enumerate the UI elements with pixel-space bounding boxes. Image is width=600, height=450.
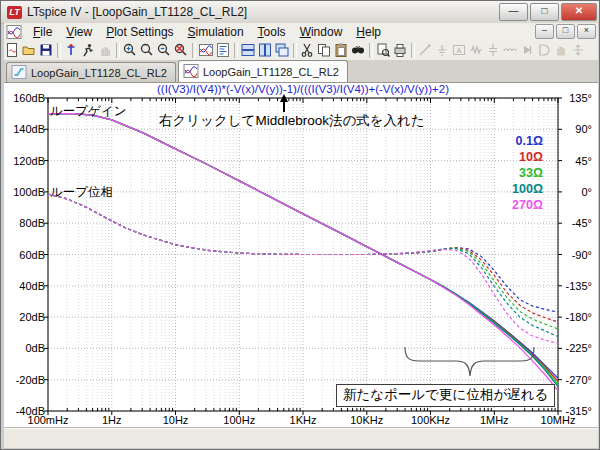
schematic-icon [11,64,31,82]
toolbar-separator [57,43,61,58]
mdi-restore-button[interactable]: □ [556,24,575,39]
waveform-pane[interactable] [4,82,598,429]
diode-icon [519,42,536,59]
mdi-window-buttons: –□× [533,24,596,39]
menu-file[interactable]: File [26,24,59,41]
zoom-area-icon[interactable] [139,42,156,59]
menu-tools[interactable]: Tools [251,24,293,41]
paste-icon[interactable] [333,42,350,59]
print-icon[interactable] [392,42,409,59]
menu-view[interactable]: View [59,24,99,41]
resistor-icon [468,42,485,59]
halt-icon [97,42,114,59]
window-buttons: —□✕ [497,3,597,21]
cascade-icon[interactable] [274,42,291,59]
tab-bar: LoopGain_LT1128_CL_RL2 LoopGain_LT1128_C… [4,60,598,82]
toolbar [4,40,598,61]
ltspice-window: LT LTspice IV - [LoopGain_LT1128_CL_RL2]… [0,0,600,450]
menu-plot-settings[interactable]: Plot Settings [99,24,180,41]
toolbar-separator [293,43,297,58]
component-icon [536,42,553,59]
zoom-in-icon[interactable] [122,42,139,59]
pole-annotation-box: 新たなポールで更に位相が遅れる [336,384,555,407]
run-icon[interactable] [80,42,97,59]
ground-icon [434,42,451,59]
print-preview-icon[interactable] [375,42,392,59]
save-icon[interactable] [38,42,55,59]
move-icon [553,42,570,59]
menu-simulation[interactable]: Simulation [181,24,251,41]
control-panel-icon[interactable] [63,42,80,59]
zoom-fit-icon[interactable] [173,42,190,59]
ltspice-logo-icon: LT [7,6,22,19]
label-icon [451,42,468,59]
waveform-icon [6,24,22,40]
tile-vertical-icon[interactable] [257,42,274,59]
title-bar[interactable]: LT LTspice IV - [LoopGain_LT1128_CL_RL2]… [1,1,600,24]
menu-window[interactable]: Window [293,24,350,41]
menu-bar: FileViewPlot SettingsSimulationToolsWind… [4,23,598,41]
maximize-button[interactable]: □ [530,3,559,21]
toolbar-separator [411,43,415,58]
drag-icon [570,42,587,59]
tile-horizontal-icon[interactable] [240,42,257,59]
wire-icon [417,42,434,59]
tab-label: LoopGain_LT1128_CL_RL2 [31,67,167,79]
status-bar [4,428,598,448]
menu-help[interactable]: Help [349,24,388,41]
minimize-button[interactable]: — [499,3,528,21]
copy-icon[interactable] [316,42,333,59]
mdi-minimize-button[interactable]: – [535,24,554,39]
window-title: LTspice IV - [LoopGain_LT1128_CL_RL2] [27,5,247,19]
zoom-out-icon[interactable] [156,42,173,59]
tab-waveform[interactable]: LoopGain_LT1128_CL_RL2 [178,60,348,82]
cut-icon[interactable] [299,42,316,59]
plot-expression-title[interactable]: ((I(V3)/I(V4))*(-V(x)/V(y))-1)/(((I(V3)/… [91,83,515,95]
toolbar-separator [116,43,120,58]
inductor-icon [502,42,519,59]
toolbar-separator [234,43,238,58]
open-icon[interactable] [21,42,38,59]
pole-annotation-text: 新たなポールで更に位相が遅れる [343,387,548,402]
loop-gain-annotation: ループゲイン [50,103,126,120]
close-button[interactable]: ✕ [561,3,597,21]
new-schematic-icon[interactable] [4,42,21,59]
netlist-icon[interactable] [215,42,232,59]
tab-schematic[interactable]: LoopGain_LT1128_CL_RL2 [6,62,176,82]
toolbar-separator [192,43,196,58]
autorange-icon[interactable] [198,42,215,59]
capacitor-icon [485,42,502,59]
waveform-icon [183,63,203,81]
middlebrook-annotation: 右クリックしてMiddlebrook法の式を入れた [159,112,425,130]
mdi-close-button[interactable]: × [577,24,596,39]
loop-phase-annotation: ループ位相 [50,184,113,201]
toolbar-separator [369,43,373,58]
find-icon[interactable] [350,42,367,59]
tab-label: LoopGain_LT1128_CL_RL2 [203,66,339,78]
